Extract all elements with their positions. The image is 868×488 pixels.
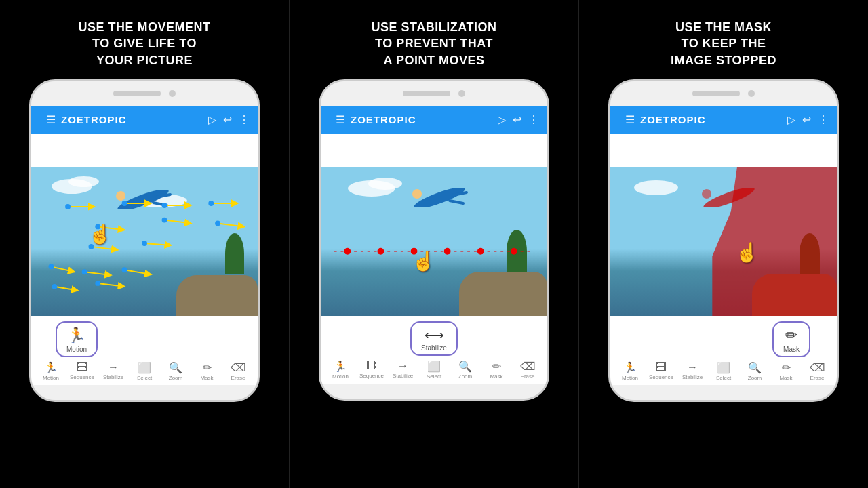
main-content: USE THE MOVEMENTTO GIVE LIFE TOYOUR PICT…: [0, 0, 868, 488]
s-tool-erase[interactable]: ⌫ Erase: [512, 360, 543, 380]
tool-zoom[interactable]: 🔍 Zoom: [160, 361, 191, 381]
phone-image-motion: ☝: [31, 167, 258, 316]
svg-point-24: [215, 220, 220, 226]
phone-camera-3: [748, 90, 755, 97]
svg-point-28: [82, 269, 87, 274]
phone-speaker: [113, 91, 161, 96]
selected-tool-motion[interactable]: 🏃 Motion: [56, 321, 98, 357]
m-tool-motion[interactable]: 🏃 Motion: [614, 361, 646, 381]
phone-motion: ☰ ZOETROPIC ▷ ↩ ⋮: [29, 79, 260, 402]
toolbar-row-mask: 🏃 Motion 🎞 Sequence → Stabilize ⬜ Select: [610, 360, 837, 382]
svg-line-11: [91, 247, 117, 250]
svg-point-26: [142, 241, 147, 246]
panel-stabilize: USE STABILIZATIONTO PREVENT THATA POINT …: [290, 0, 578, 488]
panel-motion-title: USE THE MOVEMENTTO GIVE LIFE TOYOUR PICT…: [78, 19, 210, 68]
app-bar-mask: ☰ ZOETROPIC ▷ ↩ ⋮: [610, 106, 837, 134]
tool-erase[interactable]: ⌫ Erase: [222, 361, 254, 381]
phone-speaker-3: [692, 91, 740, 96]
more-icon-motion[interactable]: ⋮: [239, 113, 250, 126]
m-tool-sequence[interactable]: 🎞 Sequence: [646, 361, 677, 381]
m-tool-mask[interactable]: ✏ Mask: [770, 361, 802, 381]
phone-top-mask: [610, 81, 837, 106]
s-tool-zoom[interactable]: 🔍 Zoom: [450, 360, 481, 380]
m-tool-erase[interactable]: ⌫ Erase: [802, 361, 833, 381]
menu-icon-2[interactable]: ☰: [336, 113, 345, 126]
phone-speaker-2: [403, 91, 450, 96]
svg-point-39: [411, 248, 418, 255]
s-tool-motion[interactable]: 🏃 Motion: [325, 360, 356, 380]
tool-stabilize[interactable]: → Stabilize: [98, 361, 129, 381]
panel-stabilize-title: USE STABILIZATIONTO PREVENT THATA POINT …: [372, 19, 497, 68]
tool-sequence[interactable]: 🎞 Sequence: [66, 361, 98, 381]
selected-tool-stabilize[interactable]: ⟷ Stabilize: [410, 321, 458, 356]
play-icon-mask[interactable]: ▷: [787, 113, 795, 126]
phone-stabilize: ☰ ZOETROPIC ▷ ↩ ⋮: [319, 79, 549, 401]
selected-tool-mask[interactable]: ✏ Mask: [772, 321, 810, 357]
tool-motion[interactable]: 🏃 Motion: [35, 361, 66, 381]
m-tool-stabilize[interactable]: → Stabilize: [677, 361, 708, 381]
svg-line-14: [85, 272, 111, 275]
svg-line-9: [164, 220, 191, 223]
svg-point-18: [65, 204, 71, 209]
phone-toolbar-stabilize: ⟷ Stabilize 🏃 Motion 🎞 Sequence → Stabil…: [321, 316, 547, 384]
panel-motion: USE THE MOVEMENTTO GIVE LIFE TOYOUR PICT…: [0, 0, 289, 488]
s-tool-stabilize[interactable]: → Stabilize: [387, 360, 418, 380]
white-space-stabilize: [321, 134, 547, 167]
play-icon-motion[interactable]: ▷: [208, 113, 216, 126]
image-bg-stabilize: ☝: [321, 167, 547, 316]
motion-tool-label: Motion: [66, 346, 87, 353]
tool-mask[interactable]: ✏ Mask: [191, 361, 222, 381]
phone-camera-2: [458, 90, 465, 97]
play-icon-stabilize[interactable]: ▷: [498, 113, 506, 126]
more-icon-stabilize[interactable]: ⋮: [528, 113, 539, 126]
m-tool-select[interactable]: ⬜ Select: [708, 361, 739, 381]
app-title-motion: ZOETROPIC: [61, 114, 201, 125]
tool-select[interactable]: ⬜ Select: [129, 361, 160, 381]
app-title-mask: ZOETROPIC: [640, 114, 781, 125]
app-title-stabilize: ZOETROPIC: [351, 114, 491, 125]
stabilize-tool-label: Stabilize: [421, 344, 447, 352]
more-icon-mask[interactable]: ⋮: [818, 113, 829, 126]
phone-mask: ☰ ZOETROPIC ▷ ↩ ⋮: [608, 79, 839, 402]
motion-tool-icon: 🏃: [67, 327, 85, 344]
svg-point-41: [477, 248, 484, 255]
app-bar-stabilize: ☰ ZOETROPIC ▷ ↩ ⋮: [321, 106, 547, 134]
undo-icon-stabilize[interactable]: ↩: [513, 113, 521, 126]
svg-line-10: [218, 223, 244, 226]
cloud-m1: [634, 180, 678, 195]
s-tool-sequence[interactable]: 🎞 Sequence: [356, 360, 387, 380]
svg-line-15: [125, 270, 151, 274]
s-tool-mask[interactable]: ✏ Mask: [481, 360, 512, 380]
white-space-motion: [31, 134, 258, 167]
diver-mask: [698, 188, 760, 207]
phone-bottom-motion: [31, 385, 258, 400]
svg-line-16: [54, 287, 77, 291]
s-tool-select[interactable]: ⬜ Select: [418, 360, 450, 380]
svg-line-13: [51, 266, 74, 272]
svg-point-21: [208, 201, 214, 206]
svg-point-44: [702, 189, 711, 199]
svg-point-31: [95, 281, 100, 286]
svg-point-23: [162, 218, 167, 223]
svg-point-19: [122, 201, 127, 206]
svg-line-17: [98, 283, 124, 287]
m-tool-zoom[interactable]: 🔍 Zoom: [739, 361, 770, 381]
phone-toolbar-motion: 🏃 Motion 🏃 Motion 🎞 Sequence → Stabilize: [31, 316, 258, 385]
menu-icon[interactable]: ☰: [46, 113, 56, 126]
svg-line-12: [144, 243, 171, 245]
phone-camera: [169, 90, 176, 97]
svg-line-8: [98, 226, 124, 230]
white-space-mask: [610, 134, 837, 167]
motion-vectors-svg: [31, 167, 258, 313]
svg-point-40: [444, 248, 451, 255]
svg-point-38: [378, 248, 384, 255]
undo-icon-mask[interactable]: ↩: [802, 113, 811, 126]
stabilize-tool-icon: ⟷: [425, 327, 444, 343]
toolbar-row-motion: 🏃 Motion 🎞 Sequence → Stabilize ⬜ Select: [31, 360, 258, 382]
menu-icon-3[interactable]: ☰: [625, 113, 635, 126]
phone-bottom-stabilize: [321, 384, 547, 399]
panel-mask: USE THE MASKTO KEEP THEIMAGE STOPPED ☰ Z…: [579, 0, 868, 488]
mask-tool-icon: ✏: [785, 327, 797, 344]
undo-icon-motion[interactable]: ↩: [223, 113, 232, 126]
phone-image-mask: ☝: [610, 167, 837, 316]
